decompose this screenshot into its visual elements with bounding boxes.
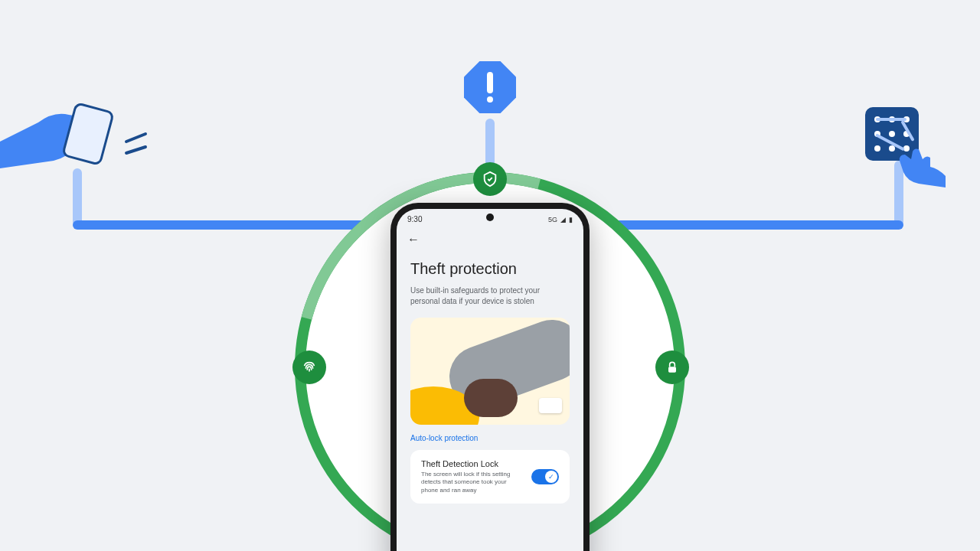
screen-subtitle: Use built-in safeguards to protect your … [410,285,570,307]
svg-rect-3 [668,367,676,373]
theft-illustration [410,318,570,425]
phone-notch [486,214,494,221]
setting-theft-detection-lock[interactable]: Theft Detection Lock The screen will loc… [410,450,570,504]
status-network: 5G [548,216,557,223]
fingerprint-icon [292,350,326,384]
back-button[interactable]: ← [397,227,583,253]
svg-line-1 [126,134,145,142]
toggle-switch[interactable]: ✓ [531,469,559,484]
setting-desc: The screen will lock if this setting det… [421,471,524,494]
battery-icon: ▮ [569,216,573,223]
svg-line-2 [126,147,145,153]
setting-title: Theft Detection Lock [421,459,524,468]
shield-icon [473,162,507,196]
signal-icon: ◢ [560,216,566,223]
hand-phone-icon [0,99,168,176]
alert-icon [464,61,516,113]
check-icon: ✓ [545,471,557,483]
svg-rect-0 [63,103,113,165]
status-time: 9:30 [407,215,422,223]
phone-mockup: 9:30 5G ◢ ▮ ← Theft protection Use built… [390,203,590,551]
lock-icon [655,350,689,384]
keypad-icon [865,107,934,176]
screen-title: Theft protection [410,260,570,278]
left-connector [73,168,82,227]
section-label: Auto-lock protection [410,434,570,442]
